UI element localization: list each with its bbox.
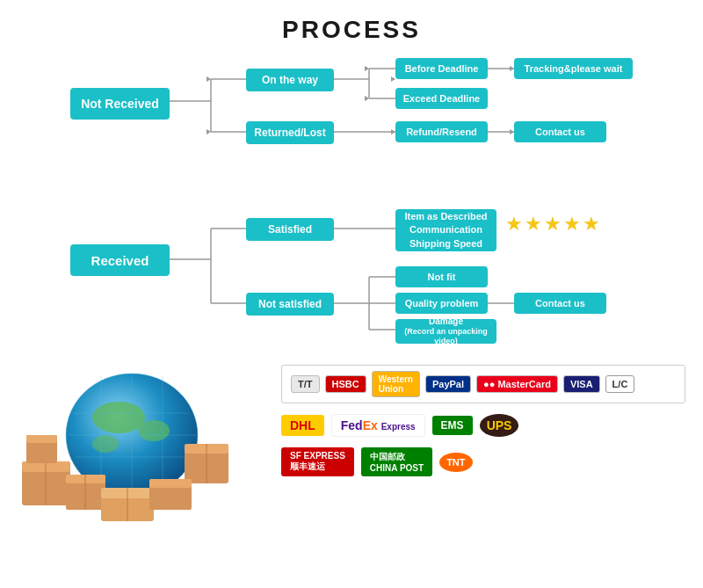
not-received-section: Not Received On the way Returned/Lost Be… [18, 53, 685, 176]
before-deadline-box: Before Deadline [395, 58, 488, 79]
bottom-section: T/T HSBC WesternUnion PayPal ●● MasterCa… [18, 365, 685, 523]
svg-marker-14 [365, 96, 369, 101]
lc-badge: L/C [605, 375, 635, 393]
received-box: Received [70, 244, 170, 276]
tnt-badge: TNT [439, 453, 472, 472]
not-received-box: Not Received [70, 88, 170, 120]
payment-methods-row: T/T HSBC WesternUnion PayPal ●● MasterCa… [281, 365, 685, 403]
svg-marker-17 [391, 76, 395, 82]
dhl-badge: DHL [281, 415, 324, 436]
shipping-row-1: DHL FedEx Express EMS UPS [281, 414, 685, 437]
ems-badge: EMS [432, 416, 473, 435]
wu-badge: WesternUnion [372, 371, 420, 397]
damage-label: Damage [429, 316, 463, 327]
svg-point-31 [92, 402, 145, 433]
satisfied-box: Satisfied [246, 218, 334, 241]
svg-rect-56 [149, 479, 192, 488]
satisfied-details-box: Item as Described Communication Shipping… [395, 209, 496, 251]
not-satisfied-box: Not satisfied [246, 293, 334, 316]
quality-problem-box: Quality problem [395, 293, 488, 314]
svg-marker-12 [207, 129, 211, 134]
tt-badge: T/T [291, 375, 320, 393]
on-the-way-box: On the way [246, 69, 334, 91]
not-fit-box: Not fit [395, 266, 488, 287]
globe-illustration [18, 365, 264, 523]
contact-us-bottom-box: Contact us [514, 293, 606, 314]
hsbc-badge: HSBC [325, 375, 366, 393]
refund-resend-box: Refund/Resend [395, 121, 488, 142]
visa-badge: VISA [563, 375, 600, 393]
ups-badge: UPS [480, 414, 519, 437]
tracking-wait-box: Tracking&please wait [514, 58, 633, 79]
exceed-deadline-box: Exceed Deadline [395, 88, 488, 109]
damage-box: Damage (Record an unpacking video) [395, 319, 496, 344]
sf-badge: SF EXPRESS顺丰速运 [281, 447, 354, 476]
svg-marker-13 [365, 66, 369, 71]
paypal-badge: PayPal [425, 375, 471, 393]
received-section: Received Satisfied Not satisfied Item as… [18, 193, 685, 347]
stars-display: ★ ★ ★ ★ ★ [505, 213, 600, 236]
svg-point-32 [138, 420, 170, 441]
svg-marker-11 [207, 76, 211, 82]
page-title: PROCESS [0, 0, 703, 53]
svg-rect-48 [26, 435, 57, 443]
payment-shipping-area: T/T HSBC WesternUnion PayPal ●● MasterCa… [281, 365, 685, 476]
returned-lost-box: Returned/Lost [246, 121, 334, 144]
fedex-badge: FedEx Express [331, 414, 425, 437]
svg-point-33 [92, 435, 119, 453]
shipping-row-2: SF EXPRESS顺丰速运 中国邮政CHINA POST TNT [281, 447, 685, 476]
damage-note: (Record an unpacking video) [395, 327, 496, 346]
mc-badge: ●● MasterCard [476, 375, 558, 393]
contact-us-top-box: Contact us [514, 121, 606, 142]
chinapost-badge: 中国邮政CHINA POST [361, 447, 432, 476]
